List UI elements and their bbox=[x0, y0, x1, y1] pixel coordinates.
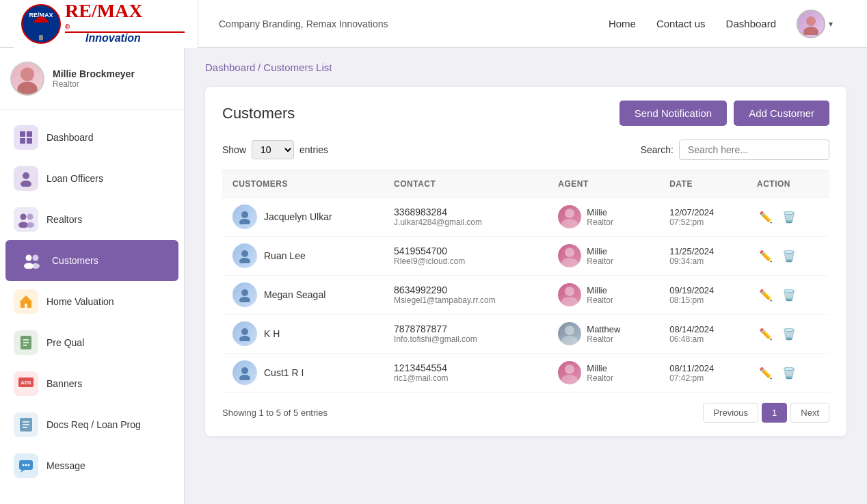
table-row: Cust1 R I 1213454554 ric1@mail.com Milli… bbox=[222, 354, 829, 393]
nav-contact[interactable]: Contact us bbox=[656, 18, 706, 29]
edit-button-4[interactable]: ✏️ bbox=[757, 326, 775, 343]
svg-point-43 bbox=[565, 209, 574, 218]
entries-select[interactable]: 10 25 50 100 bbox=[252, 140, 294, 159]
card-actions: Send Notification Add Customer bbox=[619, 101, 829, 126]
customer-avatar bbox=[232, 243, 257, 268]
sidebar-item-docs-req[interactable]: Docs Req / Loan Prog bbox=[0, 404, 184, 445]
delete-button-3[interactable]: 🗑️ bbox=[780, 287, 798, 304]
show-entries-control: Show 10 25 50 100 entries bbox=[222, 140, 328, 159]
agent-name: Millie bbox=[587, 363, 613, 373]
pre-qual-icon bbox=[14, 330, 38, 355]
nav-home[interactable]: Home bbox=[609, 18, 636, 29]
date-time: 09:34:am bbox=[669, 256, 736, 266]
docs-req-icon bbox=[14, 412, 38, 437]
svg-rect-12 bbox=[27, 131, 32, 137]
date-time: 08:15:pm bbox=[669, 295, 736, 305]
search-box: Search: bbox=[641, 140, 829, 160]
sidebar-dashboard-label: Dashboard bbox=[46, 132, 94, 143]
page-1-button[interactable]: 1 bbox=[762, 403, 787, 423]
contact-phone: 1213454554 bbox=[394, 362, 537, 373]
sidebar-item-customers[interactable]: Customers bbox=[5, 240, 178, 281]
sidebar-item-dashboard[interactable]: Dashboard bbox=[0, 117, 184, 158]
pagination-area: Showing 1 to 5 of 5 entries Previous 1 N… bbox=[222, 403, 829, 423]
date-cell-content: 08/14/2024 06:48:am bbox=[669, 324, 736, 344]
edit-button-2[interactable]: ✏️ bbox=[757, 248, 775, 265]
svg-point-39 bbox=[25, 464, 27, 466]
contact-email: Msiegel1@tampabay.rr.com bbox=[394, 295, 537, 305]
edit-button-3[interactable]: ✏️ bbox=[757, 287, 775, 304]
svg-point-16 bbox=[21, 181, 31, 187]
breadcrumb-current: Customers List bbox=[263, 62, 332, 73]
sidebar-user-info: Millie Brockmeyer Realtor bbox=[53, 68, 135, 89]
docs-svg-icon bbox=[18, 416, 34, 433]
contact-cell-4: 7878787877 Info.tofishi@gmail.com bbox=[384, 315, 548, 354]
breadcrumb-parent: Dashboard bbox=[205, 62, 255, 73]
col-action: ACTION bbox=[747, 171, 829, 198]
action-cell-content: ✏️ 🗑️ bbox=[757, 326, 819, 343]
edit-button-5[interactable]: ✏️ bbox=[757, 364, 775, 382]
contact-cell-3: 8634992290 Msiegel1@tampabay.rr.com bbox=[384, 276, 548, 315]
agent-cell-content: Millie Realtor bbox=[558, 244, 649, 267]
svg-point-50 bbox=[239, 297, 250, 302]
table-row: Ruan Lee 5419554700 RleeI9@icloud.com Mi… bbox=[222, 237, 829, 276]
contact-cell-content: 1213454554 ric1@mail.com bbox=[394, 362, 537, 383]
sidebar-item-home-valuation[interactable]: Home Valuation bbox=[0, 281, 184, 322]
sidebar-item-realtors[interactable]: Realtors bbox=[0, 199, 184, 240]
agent-role: Realtor bbox=[587, 256, 613, 266]
sidebar-message-label: Message bbox=[46, 460, 85, 471]
show-label: Show bbox=[222, 144, 246, 155]
user-avatar-container[interactable]: ▾ bbox=[797, 10, 833, 38]
delete-button-2[interactable]: 🗑️ bbox=[780, 248, 798, 265]
customer-cell-content: Ruan Lee bbox=[232, 243, 373, 268]
sidebar-item-loan-officers[interactable]: Loan Officers bbox=[0, 158, 184, 199]
sidebar: Millie Brockmeyer Realtor Dashboard bbox=[0, 48, 185, 504]
sidebar-docs-req-label: Docs Req / Loan Prog bbox=[46, 419, 141, 430]
search-input[interactable] bbox=[679, 140, 829, 160]
svg-point-53 bbox=[241, 328, 248, 335]
customer-cell-content: Jacquelyn Ulkar bbox=[232, 204, 373, 229]
customer-avatar-icon bbox=[237, 365, 252, 380]
sidebar-item-pre-qual[interactable]: Pre Qual bbox=[0, 322, 184, 363]
customer-name: Jacquelyn Ulkar bbox=[264, 211, 332, 222]
sidebar-loan-officers-label: Loan Officers bbox=[46, 173, 103, 184]
delete-button-5[interactable]: 🗑️ bbox=[780, 364, 798, 382]
add-customer-button[interactable]: Add Customer bbox=[734, 101, 829, 126]
delete-button-1[interactable]: 🗑️ bbox=[780, 209, 798, 226]
nav-dashboard[interactable]: Dashboard bbox=[726, 18, 776, 29]
customer-cell-content: K H bbox=[232, 321, 373, 346]
svg-point-9 bbox=[21, 67, 34, 81]
previous-page-button[interactable]: Previous bbox=[703, 403, 758, 423]
date-time: 06:48:am bbox=[669, 334, 736, 344]
card-header: Customers Send Notification Add Customer bbox=[222, 101, 829, 126]
avatar-chevron-down-icon: ▾ bbox=[829, 19, 833, 29]
customer-avatar bbox=[232, 204, 257, 229]
realtors-icon bbox=[14, 207, 38, 232]
contact-email: J.ulkar4284@gmail.com bbox=[394, 217, 537, 227]
customer-avatar bbox=[232, 282, 257, 307]
sidebar-user-role: Realtor bbox=[53, 79, 135, 89]
agent-avatar bbox=[558, 322, 581, 345]
send-notification-button[interactable]: Send Notification bbox=[619, 101, 727, 126]
agent-cell-content: Millie Realtor bbox=[558, 283, 649, 306]
customer-avatar-icon bbox=[237, 248, 252, 263]
edit-button-1[interactable]: ✏️ bbox=[757, 209, 775, 226]
date-time: 07:42:pm bbox=[669, 373, 736, 383]
sidebar-item-banners[interactable]: ADS Banners bbox=[0, 363, 184, 404]
table-row: K H 7878787877 Info.tofishi@gmail.com Ma… bbox=[222, 315, 829, 354]
action-cell-content: ✏️ 🗑️ bbox=[757, 209, 819, 226]
col-customers: CUSTOMERS bbox=[222, 171, 384, 198]
sidebar-banners-label: Banners bbox=[46, 378, 82, 389]
agent-cell-1: Millie Realtor bbox=[548, 198, 659, 237]
action-cell-content: ✏️ 🗑️ bbox=[757, 248, 819, 265]
svg-point-54 bbox=[239, 336, 250, 341]
date-cell-content: 09/19/2024 08:15:pm bbox=[669, 285, 736, 305]
next-page-button[interactable]: Next bbox=[790, 403, 829, 423]
customer-avatar bbox=[232, 360, 257, 385]
action-cell-1: ✏️ 🗑️ bbox=[747, 198, 829, 237]
sidebar-item-message[interactable]: Message bbox=[0, 445, 184, 486]
svg-point-44 bbox=[561, 219, 578, 228]
delete-button-4[interactable]: 🗑️ bbox=[780, 326, 798, 343]
svg-point-24 bbox=[31, 263, 40, 269]
customer-name: Megan Seagal bbox=[264, 289, 325, 300]
customers-card: Customers Send Notification Add Customer… bbox=[205, 87, 846, 436]
